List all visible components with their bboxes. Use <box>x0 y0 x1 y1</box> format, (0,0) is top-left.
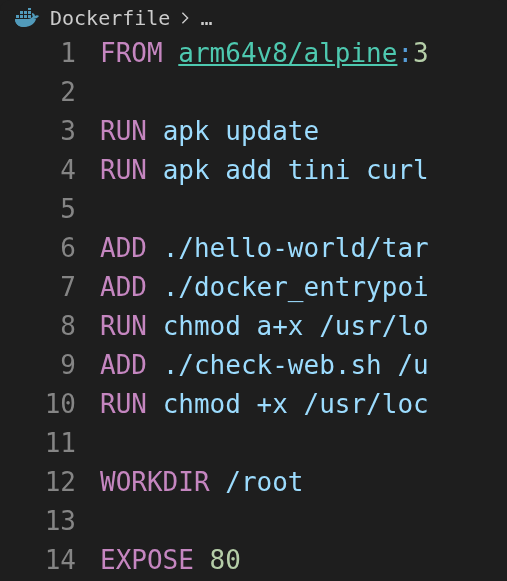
code-line[interactable]: RUN chmod +x /usr/loc <box>100 385 507 424</box>
svg-rect-6 <box>28 11 31 14</box>
token-arg: ./check-web.sh /u <box>163 350 429 380</box>
code-line[interactable]: RUN apk add tini curl <box>100 151 507 190</box>
svg-rect-2 <box>24 15 27 18</box>
token-num: 80 <box>210 545 241 575</box>
line-number: 12 <box>0 463 76 502</box>
svg-rect-3 <box>28 15 31 18</box>
breadcrumb-filename[interactable]: Dockerfile <box>50 6 170 30</box>
code-line[interactable] <box>100 424 507 463</box>
token-kw: ADD <box>100 272 147 302</box>
code-line[interactable]: WORKDIR /root <box>100 463 507 502</box>
line-number: 11 <box>0 424 76 463</box>
code-line[interactable] <box>100 502 507 541</box>
token-plain <box>147 116 163 146</box>
line-number: 10 <box>0 385 76 424</box>
code-line[interactable]: RUN apk update <box>100 112 507 151</box>
line-number: 1 <box>0 34 76 73</box>
line-number: 7 <box>0 268 76 307</box>
token-kw: WORKDIR <box>100 467 210 497</box>
token-num: 3 <box>413 38 429 68</box>
token-kw: RUN <box>100 389 147 419</box>
code-editor[interactable]: 1234567891011121314 FROM arm64v8/alpine:… <box>0 34 507 580</box>
line-number-gutter: 1234567891011121314 <box>0 34 100 580</box>
token-kw: ADD <box>100 233 147 263</box>
token-plain <box>147 155 163 185</box>
token-plain <box>147 233 163 263</box>
code-line[interactable] <box>100 190 507 229</box>
line-number: 8 <box>0 307 76 346</box>
svg-rect-7 <box>28 8 31 10</box>
token-plain <box>147 311 163 341</box>
chevron-right-icon <box>178 6 192 30</box>
code-line[interactable]: EXPOSE 80 <box>100 541 507 580</box>
token-op: : <box>397 38 413 68</box>
line-number: 2 <box>0 73 76 112</box>
line-number: 6 <box>0 229 76 268</box>
token-arg: /root <box>225 467 303 497</box>
line-number: 9 <box>0 346 76 385</box>
svg-rect-4 <box>20 11 23 14</box>
code-line[interactable] <box>100 73 507 112</box>
line-number: 3 <box>0 112 76 151</box>
token-plain <box>147 389 163 419</box>
token-link: arm64v8/alpine <box>178 38 397 68</box>
code-content[interactable]: FROM arm64v8/alpine:3RUN apk updateRUN a… <box>100 34 507 580</box>
code-line[interactable]: ADD ./docker_entrypoi <box>100 268 507 307</box>
svg-rect-0 <box>16 15 19 18</box>
token-kw: RUN <box>100 155 147 185</box>
token-kw: RUN <box>100 116 147 146</box>
breadcrumb[interactable]: Dockerfile … <box>0 0 507 34</box>
token-arg: chmod +x /usr/loc <box>163 389 429 419</box>
svg-rect-1 <box>20 15 23 18</box>
token-plain <box>147 272 163 302</box>
token-plain <box>147 350 163 380</box>
token-arg: ./docker_entrypoi <box>163 272 429 302</box>
token-plain <box>194 545 210 575</box>
token-kw: RUN <box>100 311 147 341</box>
token-arg: ./hello-world/tar <box>163 233 429 263</box>
token-plain <box>163 38 179 68</box>
token-arg: chmod a+x /usr/lo <box>163 311 429 341</box>
docker-icon <box>14 8 42 28</box>
breadcrumb-ellipsis[interactable]: … <box>200 6 213 30</box>
token-kw: FROM <box>100 38 163 68</box>
token-kw: ADD <box>100 350 147 380</box>
token-arg: apk add tini curl <box>163 155 429 185</box>
line-number: 13 <box>0 502 76 541</box>
token-arg: apk update <box>163 116 320 146</box>
line-number: 4 <box>0 151 76 190</box>
code-line[interactable]: ADD ./check-web.sh /u <box>100 346 507 385</box>
line-number: 5 <box>0 190 76 229</box>
svg-rect-5 <box>24 11 27 14</box>
code-line[interactable]: ADD ./hello-world/tar <box>100 229 507 268</box>
code-line[interactable]: RUN chmod a+x /usr/lo <box>100 307 507 346</box>
code-line[interactable]: FROM arm64v8/alpine:3 <box>100 34 507 73</box>
token-kw: EXPOSE <box>100 545 194 575</box>
token-plain <box>210 467 226 497</box>
line-number: 14 <box>0 541 76 580</box>
